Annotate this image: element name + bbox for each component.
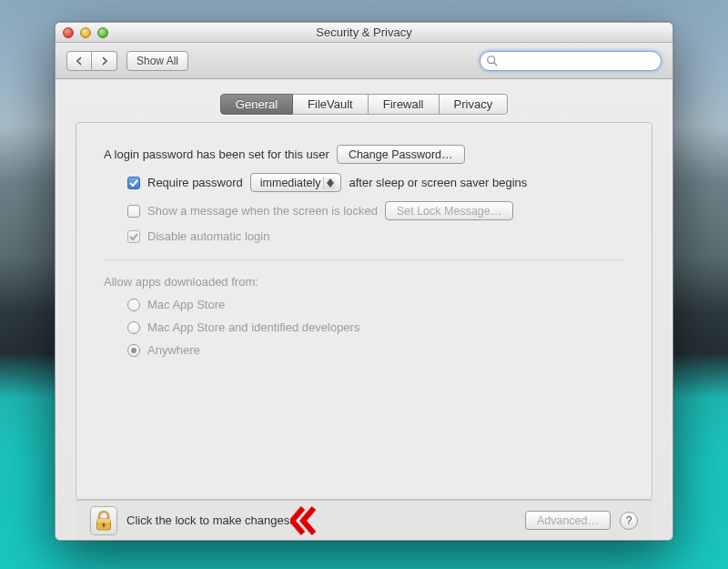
- chevron-right-icon: [100, 56, 109, 66]
- tab-firewall[interactable]: Firewall: [369, 94, 440, 115]
- allow-option-2-label: Anywhere: [147, 343, 200, 357]
- lock-hint-text: Click the lock to make changes.: [126, 513, 293, 527]
- window-body: General FileVault Firewall Privacy A log…: [56, 79, 672, 540]
- allow-option-0-radio[interactable]: [127, 299, 140, 311]
- window-title: Security & Privacy: [56, 25, 672, 39]
- disable-autologin-label: Disable automatic login: [147, 229, 269, 243]
- require-password-delay-value: immediately: [260, 177, 321, 189]
- search-field-wrap: [480, 51, 662, 71]
- lock-icon: [95, 510, 113, 532]
- svg-point-0: [488, 56, 495, 63]
- disable-autologin-row: Disable automatic login: [104, 229, 624, 243]
- tab-general[interactable]: General: [220, 94, 293, 115]
- require-password-delay-select[interactable]: immediately: [250, 173, 342, 192]
- login-password-text: A login password has been set for this u…: [104, 147, 329, 161]
- allow-option-1-row: Mac App Store and identified developers: [104, 320, 624, 334]
- checkmark-icon: [129, 178, 138, 188]
- show-message-label: Show a message when the screen is locked: [147, 204, 378, 218]
- show-message-row: Show a message when the screen is locked…: [104, 201, 624, 220]
- allow-option-0-row: Mac App Store: [104, 298, 624, 311]
- search-input[interactable]: [480, 51, 662, 71]
- svg-line-1: [494, 62, 498, 66]
- general-panel: A login password has been set for this u…: [76, 122, 652, 500]
- change-password-button[interactable]: Change Password…: [337, 145, 465, 164]
- allow-option-2-radio[interactable]: [127, 344, 140, 357]
- svg-rect-5: [103, 524, 105, 527]
- forward-button[interactable]: [92, 51, 117, 71]
- set-lock-message-button[interactable]: Set Lock Message…: [385, 201, 513, 220]
- chevron-left-icon: [75, 56, 84, 66]
- allow-option-1-label: Mac App Store and identified developers: [147, 320, 359, 334]
- require-password-label: Require password: [147, 176, 243, 189]
- require-password-suffix: after sleep or screen saver begins: [349, 176, 527, 189]
- login-password-row: A login password has been set for this u…: [104, 145, 624, 164]
- back-button[interactable]: [66, 51, 92, 71]
- help-button[interactable]: ?: [620, 512, 638, 530]
- toolbar: Show All: [56, 43, 672, 79]
- preferences-window: Security & Privacy Show All General File…: [55, 22, 673, 541]
- titlebar: Security & Privacy: [56, 23, 672, 43]
- annotation-arrow: [290, 506, 318, 538]
- separator: [104, 259, 624, 260]
- svg-rect-3: [97, 519, 111, 523]
- allow-option-1-radio[interactable]: [127, 321, 140, 334]
- show-all-button[interactable]: Show All: [126, 51, 188, 71]
- show-message-checkbox[interactable]: [127, 205, 140, 218]
- allow-option-2-row: Anywhere: [104, 343, 624, 357]
- search-icon: [486, 55, 499, 67]
- require-password-row: Require password immediately after sleep…: [104, 173, 624, 192]
- tab-filevault[interactable]: FileVault: [293, 94, 369, 115]
- nav-back-forward: [66, 51, 117, 71]
- disable-autologin-checkbox[interactable]: [127, 230, 140, 243]
- advanced-button[interactable]: Advanced…: [525, 511, 611, 530]
- allow-option-0-label: Mac App Store: [147, 298, 225, 311]
- require-password-checkbox[interactable]: [127, 177, 140, 189]
- stepper-icon: [323, 177, 336, 189]
- footer: Click the lock to make changes. Advanced…: [76, 500, 652, 540]
- allow-apps-title: Allow apps downloaded from:: [104, 275, 624, 289]
- tab-bar: General FileVault Firewall Privacy: [220, 94, 508, 115]
- lock-button[interactable]: [90, 506, 117, 535]
- double-chevron-left-icon: [290, 506, 318, 535]
- tab-privacy[interactable]: Privacy: [440, 94, 509, 115]
- checkmark-icon: [129, 232, 138, 241]
